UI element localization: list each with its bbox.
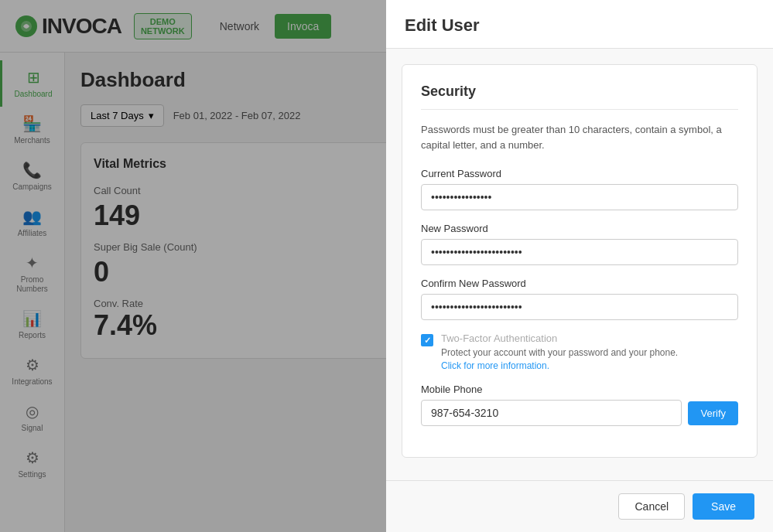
panel-title: Edit User <box>405 15 754 36</box>
security-title: Security <box>421 84 738 110</box>
new-password-label: New Password <box>421 223 738 234</box>
two-factor-label: Two-Factor Authentication <box>441 332 678 344</box>
confirm-password-group: Confirm New Password <box>421 278 738 320</box>
password-hint: Passwords must be greater than 10 charac… <box>421 122 738 152</box>
two-factor-text: Two-Factor Authentication Protect your a… <box>441 332 678 371</box>
confirm-password-label: Confirm New Password <box>421 278 738 289</box>
verify-button[interactable]: Verify <box>688 401 738 425</box>
panel-footer: Cancel Save <box>386 480 773 532</box>
mobile-phone-input[interactable] <box>421 400 682 426</box>
cancel-button[interactable]: Cancel <box>618 493 685 520</box>
current-password-group: Current Password <box>421 168 738 210</box>
panel-body: Security Passwords must be greater than … <box>386 49 773 480</box>
new-password-group: New Password <box>421 223 738 265</box>
new-password-input[interactable] <box>421 239 738 265</box>
two-factor-checkbox[interactable] <box>421 334 433 346</box>
current-password-label: Current Password <box>421 168 738 179</box>
mobile-input-row: Verify <box>421 400 738 426</box>
two-factor-row: Two-Factor Authentication Protect your a… <box>421 332 738 371</box>
panel-header: Edit User <box>386 0 773 49</box>
two-factor-desc: Protect your account with your password … <box>441 347 678 358</box>
security-card: Security Passwords must be greater than … <box>402 64 758 458</box>
mobile-phone-group: Mobile Phone Verify <box>421 384 738 426</box>
mobile-phone-label: Mobile Phone <box>421 384 738 395</box>
two-factor-link[interactable]: Click for more information. <box>441 360 549 371</box>
save-button[interactable]: Save <box>693 493 754 520</box>
current-password-input[interactable] <box>421 184 738 210</box>
edit-user-panel: Edit User Security Passwords must be gre… <box>386 0 773 532</box>
confirm-password-input[interactable] <box>421 294 738 320</box>
